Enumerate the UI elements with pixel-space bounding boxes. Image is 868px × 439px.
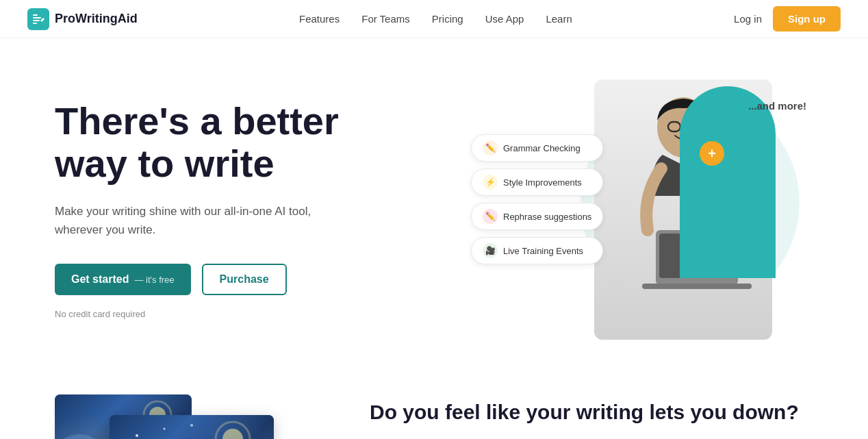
- login-button[interactable]: Log in: [734, 13, 762, 25]
- nav-links: Features For Teams Pricing Use App Learn: [299, 13, 572, 25]
- svg-rect-1: [33, 17, 41, 18]
- starry-night-front: [110, 415, 274, 439]
- section-two-right: Do you feel like your writing lets you d…: [370, 394, 813, 439]
- plus-badge: +: [700, 141, 724, 166]
- nav-for-teams[interactable]: For Teams: [361, 13, 410, 25]
- hero-teal-accent: [680, 86, 776, 278]
- training-icon: 🎥: [483, 243, 498, 258]
- purchase-button[interactable]: Purchase: [202, 264, 287, 295]
- signup-button[interactable]: Sign up: [773, 6, 841, 32]
- hero-title: There's a better way to write: [55, 100, 411, 186]
- section-two: My idea in my head Do you feel like your…: [0, 367, 868, 439]
- logo-icon: [27, 8, 49, 30]
- logo-link[interactable]: ProWritingAid: [27, 8, 138, 30]
- svg-point-17: [136, 434, 138, 437]
- painting-stack: My idea in my head: [55, 394, 301, 439]
- svg-point-18: [164, 428, 166, 430]
- pill-style: ⚡ Style Improvements: [471, 168, 603, 196]
- hero-right: ...and more! + ✏️ Grammar Checking ⚡ Sty…: [471, 79, 813, 340]
- svg-point-14: [222, 429, 243, 439]
- nav-features[interactable]: Features: [299, 13, 340, 25]
- pill-training: 🎥 Live Training Events: [471, 237, 603, 264]
- nav-use-app[interactable]: Use App: [485, 13, 524, 25]
- rephrase-icon: ✏️: [483, 209, 498, 224]
- style-icon: ⚡: [483, 175, 498, 190]
- and-more-text: ...and more!: [748, 100, 806, 112]
- logo-text: ProWritingAid: [55, 12, 138, 26]
- feature-pills: ✏️ Grammar Checking ⚡ Style Improvements…: [471, 134, 603, 264]
- svg-rect-3: [33, 23, 37, 24]
- nav-actions: Log in Sign up: [734, 6, 841, 32]
- painting-front: [110, 415, 274, 439]
- grammar-icon: ✏️: [483, 140, 498, 155]
- pill-grammar: ✏️ Grammar Checking: [471, 134, 603, 162]
- hero-section: There's a better way to write Make your …: [0, 38, 868, 367]
- pill-rephrase: ✏️ Rephrase suggestions: [471, 203, 603, 230]
- no-credit-card-text: No credit card required: [55, 309, 411, 319]
- svg-rect-2: [33, 20, 40, 21]
- nav-pricing[interactable]: Pricing: [432, 13, 463, 25]
- navbar: ProWritingAid Features For Teams Pricing…: [0, 0, 868, 38]
- hero-illustration: ...and more! + ✏️ Grammar Checking ⚡ Sty…: [471, 79, 813, 340]
- section-two-title: Do you feel like your writing lets you d…: [370, 400, 813, 425]
- hero-buttons: Get started — it's free Purchase: [55, 264, 411, 295]
- svg-point-15: [216, 422, 250, 439]
- hero-left: There's a better way to write Make your …: [55, 100, 411, 320]
- svg-rect-10: [642, 284, 752, 289]
- svg-rect-0: [33, 14, 38, 16]
- svg-point-19: [190, 424, 193, 427]
- section-two-left: My idea in my head: [55, 394, 329, 439]
- get-started-button[interactable]: Get started — it's free: [55, 264, 191, 295]
- nav-learn[interactable]: Learn: [546, 13, 572, 25]
- hero-subtitle: Make your writing shine with our all-in-…: [55, 202, 329, 239]
- section-two-body: We know what it's like to feel the FEAR …: [370, 436, 813, 439]
